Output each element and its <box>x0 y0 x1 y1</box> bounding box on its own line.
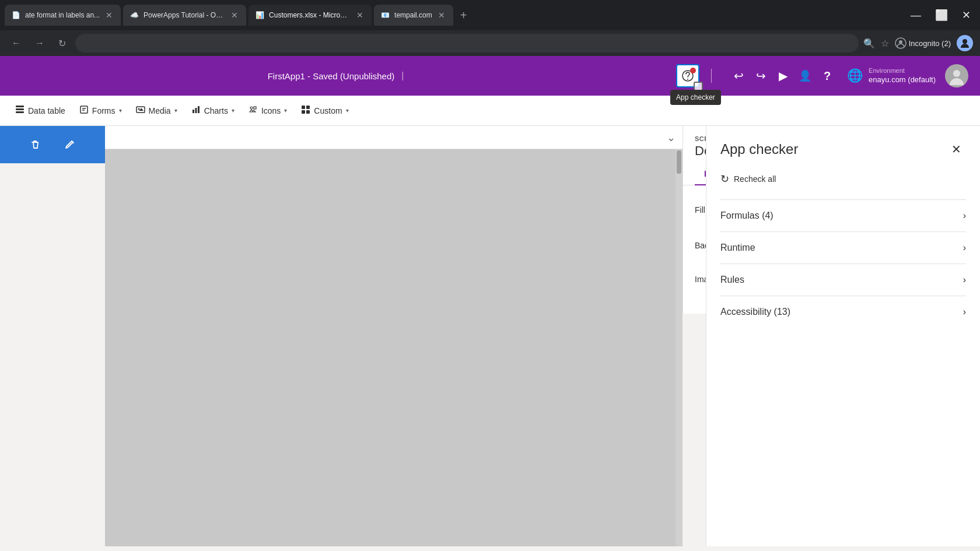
tab-1-close[interactable]: ✕ <box>104 9 114 21</box>
address-bar[interactable] <box>75 34 859 52</box>
svg-rect-18 <box>302 106 305 109</box>
globe-icon: 🌐 <box>847 68 863 83</box>
search-icon[interactable]: 🔍 <box>863 38 875 49</box>
tab-1[interactable]: 📄 ate format in labels an... ✕ <box>5 5 121 26</box>
toolbar-icons[interactable]: Icons ▾ <box>243 101 293 120</box>
star-icon[interactable]: ☆ <box>881 38 889 49</box>
recheck-label: Recheck all <box>734 174 776 184</box>
toolbar-media[interactable]: Media ▾ <box>130 101 183 120</box>
browser-window-actions: — ⬜ ✕ <box>906 6 975 24</box>
canvas-area: ⌄ <box>105 126 682 546</box>
app-checker-red-dot <box>690 68 696 73</box>
icons-chevron: ▾ <box>284 107 287 114</box>
browser-maximize-btn[interactable]: ⬜ <box>930 6 953 24</box>
svg-point-1 <box>963 39 967 44</box>
tab-2[interactable]: ☁️ PowerApps Tutorial - OneDrive ✕ <box>123 5 246 26</box>
new-tab-button[interactable]: + <box>456 6 472 24</box>
app-checker-tooltip: App checker <box>670 90 721 105</box>
toolbar: Data table Forms ▾ Media ▾ Charts ▾ Icon… <box>0 96 980 126</box>
media-icon <box>136 105 145 116</box>
tab-1-favicon: 📄 <box>12 11 20 19</box>
checker-runtime-label: Runtime <box>720 243 755 253</box>
svg-point-2 <box>687 79 688 80</box>
chrome-user-avatar[interactable] <box>957 35 973 51</box>
browser-close-btn[interactable]: ✕ <box>957 6 975 24</box>
address-bar-row: ← → ↻ 🔍 ☆ Incognito (2) <box>0 30 980 56</box>
svg-point-16 <box>250 107 253 109</box>
checker-rules-chevron: › <box>963 275 966 285</box>
environment-text: Environment enayu.com (default) <box>869 66 936 85</box>
svg-rect-19 <box>306 106 310 109</box>
svg-rect-13 <box>192 110 194 113</box>
tab-1-label: ate format in labels an... <box>25 11 100 19</box>
checker-rules-label: Rules <box>720 275 744 285</box>
recheck-icon: ↻ <box>720 173 729 185</box>
environment-label: Environment <box>869 66 936 75</box>
toolbar-forms[interactable]: Forms ▾ <box>74 101 128 120</box>
browser-minimize-btn[interactable]: — <box>906 7 926 24</box>
checker-title: App checker <box>720 141 798 157</box>
tab-4-favicon: 📧 <box>381 11 390 19</box>
toolbar-custom[interactable]: Custom ▾ <box>295 101 354 120</box>
checker-runtime-chevron: › <box>963 243 966 253</box>
tab-2-close[interactable]: ✕ <box>230 9 239 21</box>
charts-chevron: ▾ <box>232 107 235 114</box>
app-header: FirstApp1 - Saved (Unpublished) | App ch… <box>0 56 980 96</box>
icons-icon <box>249 105 258 116</box>
tab-3[interactable]: 📊 Customers.xlsx - Microsoft Excel ✕ <box>249 5 372 26</box>
checker-formulas-chevron: › <box>963 210 966 221</box>
header-separator-line <box>711 69 712 83</box>
header-toolbar-actions: ↩ ↪ ▶ 👤 ? <box>728 65 838 86</box>
svg-rect-6 <box>16 108 24 110</box>
app-user-avatar[interactable] <box>945 64 968 87</box>
checker-runtime-item[interactable]: Runtime › <box>720 231 966 264</box>
undo-button[interactable]: ↩ <box>728 65 749 86</box>
checker-close-button[interactable]: ✕ <box>947 140 966 159</box>
right-panel-container: SCREEN DetailScreen1 ? Properties Advanc… <box>682 126 980 546</box>
browser-chrome: 📄 ate format in labels an... ✕ ☁️ PowerA… <box>0 0 980 30</box>
nav-refresh-btn[interactable]: ↻ <box>54 36 71 51</box>
nav-back-btn[interactable]: ← <box>7 36 26 51</box>
checker-formulas-item[interactable]: Formulas (4) › <box>720 199 966 231</box>
checker-rules-item[interactable]: Rules › <box>720 264 966 296</box>
environment-info: 🌐 Environment enayu.com (default) <box>847 66 936 85</box>
checker-accessibility-label: Accessibility (13) <box>720 307 790 317</box>
canvas-chevron-down[interactable]: ⌄ <box>667 131 676 144</box>
left-sidebar <box>0 126 105 546</box>
toolbar-data-table[interactable]: Data table <box>9 101 71 120</box>
svg-rect-21 <box>306 110 310 114</box>
svg-point-4 <box>953 70 960 77</box>
nav-forward-btn[interactable]: → <box>30 36 49 51</box>
charts-icon <box>191 105 201 116</box>
incognito-badge: Incognito (2) <box>895 37 951 49</box>
tab-2-label: PowerApps Tutorial - OneDrive <box>144 11 225 19</box>
redo-button[interactable]: ↪ <box>750 65 771 86</box>
svg-rect-15 <box>198 106 200 113</box>
toolbar-charts[interactable]: Charts ▾ <box>186 101 240 120</box>
checker-header: App checker ✕ <box>720 140 966 159</box>
play-button[interactable]: ▶ <box>772 65 793 86</box>
user-button[interactable]: 👤 <box>794 65 816 86</box>
icons-label: Icons <box>261 106 281 115</box>
main-area: ⌄ SCREEN DetailScreen1 ? Properties Adva… <box>0 126 980 546</box>
tab-4[interactable]: 📧 tempail.com ✕ <box>374 5 453 26</box>
tab-4-close[interactable]: ✕ <box>437 9 446 21</box>
tab-2-favicon: ☁️ <box>130 11 139 19</box>
forms-label: Forms <box>92 106 116 115</box>
checker-formulas-label: Formulas (4) <box>720 210 774 221</box>
svg-rect-8 <box>80 106 88 113</box>
checker-accessibility-chevron: › <box>963 307 966 317</box>
canvas-content <box>105 149 682 546</box>
checker-accessibility-item[interactable]: Accessibility (13) › <box>720 296 966 328</box>
svg-rect-14 <box>195 108 197 113</box>
tab-3-favicon: 📊 <box>256 11 264 19</box>
tab-3-close[interactable]: ✕ <box>355 9 365 21</box>
edit-button[interactable] <box>58 133 82 156</box>
help-button[interactable]: ? <box>817 65 838 86</box>
recheck-all-button[interactable]: ↻ Recheck all <box>720 173 966 185</box>
delete-button[interactable] <box>23 133 47 156</box>
media-label: Media <box>149 106 171 115</box>
svg-rect-20 <box>302 110 305 114</box>
vertical-scrollbar[interactable] <box>676 149 682 546</box>
header-separator: | <box>401 71 404 81</box>
